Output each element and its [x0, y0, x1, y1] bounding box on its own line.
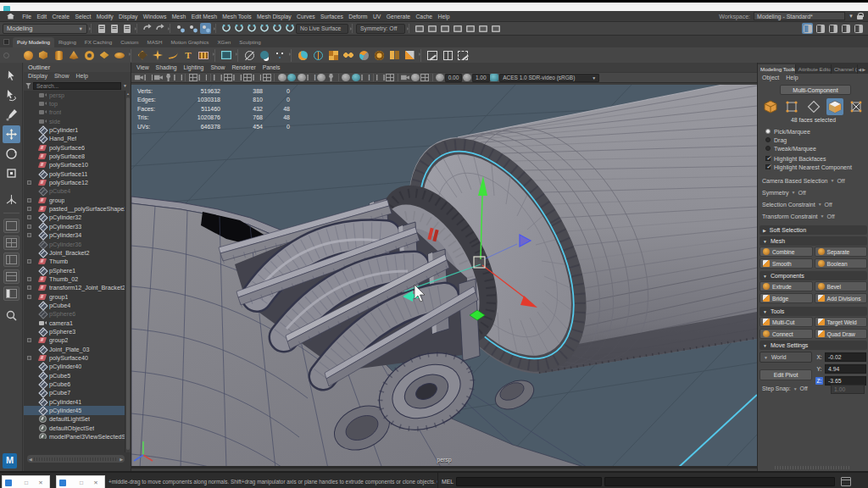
- menu-item[interactable]: Deform: [346, 14, 370, 19]
- outliner-item[interactable]: transform12_Joint_Bracket2: [24, 284, 125, 292]
- outliner-item[interactable]: modelPanel3ViewSelectedSet: [24, 432, 125, 439]
- shelf-icon[interactable]: [68, 49, 81, 62]
- render-icon[interactable]: [452, 23, 463, 34]
- menu-item[interactable]: UV: [370, 14, 384, 19]
- outliner-item[interactable]: pCylinder34: [24, 231, 125, 240]
- sidebar-toggle-icon[interactable]: [853, 23, 864, 34]
- textured-icon[interactable]: [298, 74, 306, 81]
- outliner-item[interactable]: Thumb: [24, 258, 125, 266]
- toolkit-menu-item[interactable]: Help: [786, 75, 798, 82]
- select-mode-icon[interactable]: [200, 23, 211, 34]
- sidebar-toggle-icon[interactable]: [802, 23, 813, 34]
- paint-select-tool[interactable]: [3, 106, 20, 124]
- select-mode-icon[interactable]: [187, 23, 198, 34]
- step-snap-dropdown[interactable]: Step Snap:▼Off: [762, 385, 808, 391]
- lock-camera-icon[interactable]: [144, 74, 153, 81]
- expander-icon[interactable]: [27, 338, 31, 342]
- gate-mask-icon[interactable]: [253, 74, 261, 81]
- live-surface-field[interactable]: No Live Surface: [296, 24, 348, 34]
- edit-pivot-button[interactable]: Edit Pivot: [760, 369, 812, 380]
- expander-icon[interactable]: [27, 233, 31, 237]
- outliner-item[interactable]: polySurface6: [24, 143, 125, 152]
- motion-blur-icon[interactable]: [361, 74, 370, 81]
- command-result[interactable]: [604, 477, 835, 486]
- mel-label[interactable]: MEL: [442, 479, 453, 485]
- shelf-tab[interactable]: XGen: [213, 37, 235, 47]
- outliner-item[interactable]: front: [24, 108, 125, 117]
- gamma-icon[interactable]: [411, 74, 420, 81]
- outliner-item[interactable]: camera1: [24, 319, 125, 327]
- toolkit-dropdown[interactable]: Transform Constraint▼Off: [762, 210, 865, 222]
- outliner-item[interactable]: Joint_Bracket2: [24, 248, 125, 257]
- shelf-icon[interactable]: [237, 49, 238, 62]
- outliner-item[interactable]: pCylinder33: [24, 222, 125, 230]
- shelf-tab[interactable]: Sculpting: [235, 37, 264, 47]
- vertex-mode-button[interactable]: [783, 98, 800, 115]
- outliner-item[interactable]: pCube7: [24, 389, 125, 397]
- viewport-menu-item[interactable]: Panels: [263, 64, 281, 70]
- gamma-dial-icon[interactable]: [463, 74, 471, 81]
- toolkit-dropdown[interactable]: Symmetry▼Off: [762, 186, 865, 198]
- outliner-item[interactable]: group1: [24, 292, 125, 301]
- outliner-item[interactable]: pCube4: [24, 187, 125, 196]
- menu-item[interactable]: Create: [49, 14, 72, 19]
- search-options-caret-icon[interactable]: ▼: [123, 83, 129, 88]
- render-icon[interactable]: [414, 23, 425, 34]
- outliner-item[interactable]: pCylinder41: [24, 397, 125, 406]
- expander-icon[interactable]: [27, 198, 31, 202]
- history-icon[interactable]: [154, 23, 165, 34]
- filter-icon[interactable]: [25, 83, 31, 89]
- outliner-item[interactable]: Hand_Ref: [24, 135, 125, 143]
- camera-attributes-icon[interactable]: [154, 74, 163, 81]
- viewport-canvas[interactable]: Verts:5196323880 Edges:10303188100 Faces…: [131, 85, 757, 469]
- color-managed-icon[interactable]: [490, 74, 498, 81]
- radio-option[interactable]: Tweak/Marquee: [765, 144, 816, 152]
- uv-mode-button[interactable]: [848, 98, 865, 115]
- outliner-item[interactable]: polySurface8: [24, 152, 125, 160]
- wireframe-on-shaded-icon[interactable]: [307, 74, 315, 81]
- outliner-menu-item[interactable]: Show: [54, 73, 70, 80]
- sidebar-tab[interactable]: Modeling Toolkit: [758, 64, 796, 74]
- outliner-item[interactable]: pSphere3: [24, 327, 125, 336]
- expander-icon[interactable]: [27, 207, 31, 211]
- viewport-menu-item[interactable]: View: [136, 64, 149, 70]
- outliner-item[interactable]: pCube6: [24, 380, 125, 388]
- move-tool[interactable]: [3, 125, 20, 143]
- shelf-icon[interactable]: [22, 49, 35, 62]
- shelf-icon[interactable]: [373, 49, 386, 62]
- shaded-icon[interactable]: [287, 74, 296, 81]
- menu-item[interactable]: Curves: [294, 14, 318, 19]
- outliner-item[interactable]: pCylinder40: [24, 363, 125, 371]
- shelf-icon[interactable]: [98, 49, 111, 62]
- shelf-icon[interactable]: [182, 49, 195, 62]
- outliner-item[interactable]: pSphere1: [24, 266, 125, 274]
- close-icon[interactable]: ✕: [35, 480, 47, 486]
- scroll-right-icon[interactable]: ▶: [120, 457, 123, 462]
- shelf-icon[interactable]: [243, 49, 256, 62]
- viewport-menu-item[interactable]: Lighting: [184, 64, 204, 70]
- render-icon[interactable]: [490, 23, 501, 34]
- translate-x-field[interactable]: -0.02: [825, 352, 866, 362]
- gamma-field[interactable]: 1.00: [472, 74, 490, 82]
- axis-orientation-select[interactable]: ▼World: [760, 352, 812, 363]
- exposure-icon[interactable]: [401, 74, 409, 81]
- outliner-item[interactable]: polySurface11: [24, 169, 125, 178]
- soft-selection-header[interactable]: ▶Soft Selection: [760, 225, 867, 235]
- exposure-field[interactable]: 0.00: [445, 74, 463, 82]
- menu-item[interactable]: File: [19, 14, 34, 19]
- outliner-search-input[interactable]: Search...: [33, 82, 121, 90]
- minimized-window-2[interactable]: □ ✕: [56, 475, 105, 488]
- outliner-vertical-scrollbar[interactable]: [125, 91, 131, 452]
- shelf-menu-icon[interactable]: [3, 39, 9, 45]
- snap-icon[interactable]: [246, 23, 257, 34]
- maximize-icon[interactable]: □: [75, 480, 87, 485]
- viewport-menu-item[interactable]: Renderer: [231, 64, 255, 70]
- shelf-icon[interactable]: [358, 49, 370, 62]
- outliner-menu-item[interactable]: Display: [28, 73, 47, 80]
- menu-item[interactable]: Edit: [34, 14, 49, 19]
- mesh-button[interactable]: Separate: [815, 247, 868, 257]
- component-button[interactable]: Add Divisions: [815, 293, 868, 303]
- mesh-button[interactable]: Smooth: [760, 258, 813, 269]
- shelf-icon[interactable]: [214, 49, 215, 62]
- shelf-popup-icon[interactable]: [3, 53, 9, 58]
